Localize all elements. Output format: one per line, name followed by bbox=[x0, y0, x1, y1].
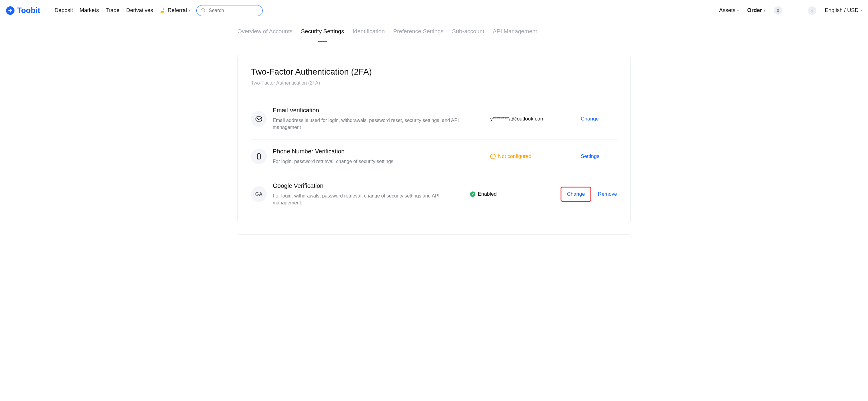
subnav-sub-account[interactable]: Sub-account bbox=[452, 21, 485, 42]
nav-referral[interactable]: Referral ▾ bbox=[160, 7, 190, 13]
google-change-button[interactable]: Change bbox=[561, 187, 591, 202]
subnav-identification[interactable]: Identification bbox=[352, 21, 385, 42]
row-status: y********a@outlook.com bbox=[490, 116, 575, 122]
nav-referral-label: Referral bbox=[167, 7, 187, 13]
primary-nav: Deposit Markets Trade Derivatives Referr… bbox=[54, 7, 190, 13]
svg-line-2 bbox=[204, 11, 205, 12]
order-label: Order bbox=[747, 7, 762, 13]
row-email-verification: Email Verification Email address is used… bbox=[251, 98, 617, 139]
chevron-down-icon: ▾ bbox=[764, 9, 765, 12]
row-actions: Change Remove bbox=[561, 187, 617, 202]
phone-status-value: Not configured bbox=[498, 153, 532, 159]
google-auth-icon: GA bbox=[251, 186, 267, 202]
twofa-rows: Email Verification Email address is used… bbox=[251, 98, 617, 215]
svg-point-6 bbox=[258, 158, 259, 158]
chevron-down-icon: ▾ bbox=[861, 9, 862, 12]
subnav-api-management[interactable]: API Management bbox=[493, 21, 537, 42]
svg-rect-4 bbox=[256, 117, 262, 121]
divider bbox=[795, 7, 795, 14]
row-status: i Not configured bbox=[490, 153, 575, 159]
top-header: Toobit Deposit Markets Trade Derivatives… bbox=[0, 0, 868, 21]
divider bbox=[50, 7, 50, 14]
row-google-verification: GA Google Verification For login, withdr… bbox=[251, 174, 617, 215]
brand-name: Toobit bbox=[17, 6, 40, 15]
user-avatar-icon[interactable] bbox=[774, 6, 782, 15]
brand[interactable]: Toobit bbox=[6, 6, 40, 15]
svg-point-0 bbox=[163, 8, 164, 10]
google-remove-button[interactable]: Remove bbox=[598, 191, 617, 197]
account-subnav-wrap: Overview of Accounts Security Settings I… bbox=[0, 21, 868, 42]
next-section-peek bbox=[236, 234, 632, 237]
row-title: Email Verification bbox=[273, 107, 484, 114]
nav-trade[interactable]: Trade bbox=[106, 7, 120, 13]
assets-label: Assets bbox=[719, 7, 736, 13]
row-actions: Change bbox=[581, 116, 599, 122]
subnav-security-settings[interactable]: Security Settings bbox=[301, 21, 344, 42]
row-phone-verification: Phone Number Verification For login, pas… bbox=[251, 139, 617, 173]
google-status-value: Enabled bbox=[478, 191, 497, 197]
row-desc: For login, withdrawals, password retriev… bbox=[273, 192, 464, 206]
twofa-card: Two-Factor Authentication (2FA) Two-Fact… bbox=[238, 55, 630, 224]
card-title: Two-Factor Authentication (2FA) bbox=[251, 67, 617, 77]
row-title: Google Verification bbox=[273, 182, 464, 189]
row-main: Google Verification For login, withdrawa… bbox=[273, 182, 464, 206]
chevron-down-icon: ▾ bbox=[189, 9, 190, 12]
account-subnav: Overview of Accounts Security Settings I… bbox=[236, 21, 632, 42]
order-dropdown[interactable]: Order ▾ bbox=[747, 7, 765, 13]
brand-logo-icon bbox=[6, 6, 14, 15]
row-actions: Settings bbox=[581, 153, 599, 159]
email-masked-value: y********a@outlook.com bbox=[490, 116, 545, 122]
ga-icon-text: GA bbox=[255, 191, 262, 197]
lang-label: English / USD bbox=[825, 7, 859, 13]
right-nav: Assets ▾ Order ▾ English / USD ▾ bbox=[719, 6, 862, 15]
search-icon bbox=[201, 7, 206, 13]
nav-derivatives[interactable]: Derivatives bbox=[126, 7, 153, 13]
email-icon bbox=[251, 111, 267, 127]
row-desc: For login, password retrieval, change of… bbox=[273, 158, 484, 165]
svg-point-3 bbox=[777, 9, 779, 10]
page-content: Two-Factor Authentication (2FA) Two-Fact… bbox=[236, 55, 632, 224]
nav-markets[interactable]: Markets bbox=[80, 7, 99, 13]
download-icon[interactable] bbox=[808, 6, 816, 15]
search-input[interactable] bbox=[209, 8, 258, 13]
nav-deposit[interactable]: Deposit bbox=[54, 7, 73, 13]
chevron-down-icon: ▾ bbox=[737, 9, 739, 12]
subnav-overview[interactable]: Overview of Accounts bbox=[238, 21, 293, 42]
warning-icon: i bbox=[490, 154, 496, 159]
phone-settings-button[interactable]: Settings bbox=[581, 153, 599, 159]
phone-icon bbox=[251, 149, 267, 164]
assets-dropdown[interactable]: Assets ▾ bbox=[719, 7, 739, 13]
row-main: Phone Number Verification For login, pas… bbox=[273, 148, 484, 165]
row-title: Phone Number Verification bbox=[273, 148, 484, 155]
referral-icon bbox=[160, 7, 166, 13]
row-desc: Email address is used for login, withdra… bbox=[273, 117, 484, 131]
search-input-wrap[interactable] bbox=[196, 5, 263, 16]
subnav-preference-settings[interactable]: Preference Settings bbox=[393, 21, 444, 42]
svg-point-1 bbox=[202, 8, 205, 11]
row-status: ✓ Enabled bbox=[470, 191, 555, 197]
email-change-button[interactable]: Change bbox=[581, 116, 599, 122]
card-subtitle: Two-Factor Authentication (2FA) bbox=[251, 80, 617, 86]
check-icon: ✓ bbox=[470, 191, 475, 197]
language-currency-dropdown[interactable]: English / USD ▾ bbox=[825, 7, 862, 13]
row-main: Email Verification Email address is used… bbox=[273, 107, 484, 131]
